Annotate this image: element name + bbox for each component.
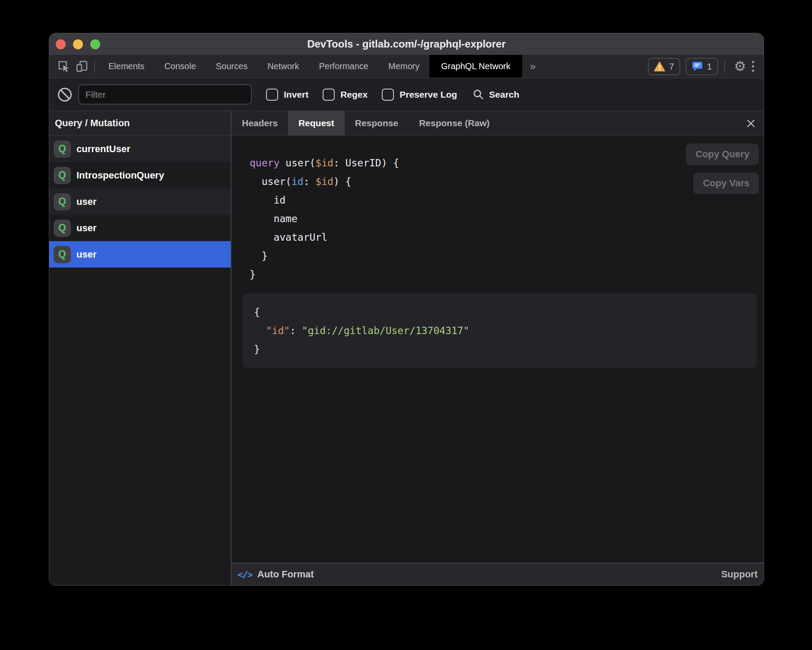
- auto-format-button[interactable]: Auto Format: [257, 569, 314, 580]
- tab-memory[interactable]: Memory: [378, 55, 429, 78]
- checkbox-box[interactable]: [382, 89, 394, 101]
- tab-console[interactable]: Console: [154, 55, 206, 78]
- preserve-log-checkbox[interactable]: Preserve Log: [382, 89, 457, 101]
- query-list-header: Query / Mutation: [49, 111, 231, 136]
- query-variables-box: { "id": "gid://gitlab/User/13704317" }: [242, 293, 757, 368]
- query-type-badge: Q: [54, 140, 71, 158]
- code-line: {: [254, 303, 745, 322]
- tab-performance[interactable]: Performance: [309, 55, 379, 78]
- tab-response[interactable]: Response: [345, 111, 409, 135]
- query-type-badge: Q: [54, 220, 71, 237]
- devtools-window: DevTools - gitlab.com/-/graphql-explorer…: [49, 33, 764, 585]
- query-name: user: [76, 196, 96, 207]
- message-bubble-icon: [691, 61, 703, 72]
- query-list-item[interactable]: Q currentUser: [49, 136, 231, 162]
- toolbar-divider: [94, 60, 95, 73]
- kebab-menu-icon[interactable]: [752, 61, 755, 72]
- tab-graphql-network[interactable]: GraphQL Network: [429, 55, 522, 78]
- detail-footer: </> Auto Format Support: [232, 563, 764, 585]
- tab-response-raw[interactable]: Response (Raw): [409, 111, 500, 135]
- query-list-panel: Query / Mutation Q currentUser Q Introsp…: [49, 111, 231, 585]
- window-title: DevTools - gitlab.com/-/graphql-explorer: [49, 38, 764, 50]
- support-link[interactable]: Support: [721, 569, 758, 580]
- graphql-query-code: query user($id: UserID) { user(id: $id) …: [232, 136, 764, 284]
- query-type-badge: Q: [54, 193, 71, 210]
- tab-request[interactable]: Request: [288, 111, 345, 135]
- devtools-tab-bar: Elements Console Sources Network Perform…: [49, 55, 764, 78]
- issues-count: 1: [707, 61, 712, 72]
- close-detail-icon[interactable]: [746, 118, 756, 128]
- code-format-icon: </>: [238, 569, 252, 580]
- search-button[interactable]: Search: [473, 89, 519, 100]
- checkbox-label: Regex: [340, 89, 368, 100]
- checkbox-box[interactable]: [266, 89, 278, 101]
- invert-checkbox[interactable]: Invert: [266, 89, 308, 101]
- checkbox-label: Preserve Log: [400, 89, 457, 100]
- copy-vars-button[interactable]: Copy Vars: [693, 172, 759, 194]
- query-list-item[interactable]: Q user: [49, 215, 231, 241]
- warnings-badge[interactable]: 7: [648, 58, 680, 75]
- query-list-item[interactable]: Q IntrospectionQuery: [49, 162, 231, 188]
- toolbar-divider: [724, 60, 725, 73]
- detail-tab-bar: Headers Request Response Response (Raw): [232, 111, 764, 136]
- query-list-item[interactable]: Q user: [49, 188, 231, 215]
- filter-input[interactable]: [78, 84, 252, 105]
- query-list-item-selected[interactable]: Q user: [49, 241, 231, 268]
- tab-network[interactable]: Network: [257, 55, 309, 78]
- checkbox-box[interactable]: [323, 89, 335, 101]
- code-line: }: [250, 265, 764, 284]
- more-tabs-chevron-icon[interactable]: »: [522, 61, 543, 73]
- code-line: "id": "gid://gitlab/User/13704317": [254, 322, 745, 340]
- copy-buttons: Copy Query Copy Vars: [686, 143, 759, 194]
- code-line: avatarUrl: [250, 228, 764, 247]
- search-icon: [473, 89, 484, 100]
- query-name: user: [76, 223, 96, 234]
- warning-triangle-icon: [654, 61, 665, 72]
- query-name: user: [76, 249, 96, 260]
- settings-gear-icon[interactable]: ⚙: [731, 55, 749, 78]
- query-name: currentUser: [76, 143, 130, 155]
- tab-elements[interactable]: Elements: [98, 55, 154, 78]
- main-area: Query / Mutation Q currentUser Q Introsp…: [49, 111, 764, 585]
- filter-toolbar: Invert Regex Preserve Log Search: [49, 78, 764, 111]
- regex-checkbox[interactable]: Regex: [323, 89, 368, 101]
- checkbox-label: Invert: [284, 89, 308, 100]
- issues-badge[interactable]: 1: [685, 58, 718, 75]
- query-name: IntrospectionQuery: [76, 170, 164, 181]
- device-toolbar-icon[interactable]: [73, 55, 91, 78]
- copy-query-button[interactable]: Copy Query: [686, 143, 759, 165]
- search-label: Search: [489, 89, 519, 100]
- request-content: query user($id: UserID) { user(id: $id) …: [232, 136, 764, 563]
- tab-headers[interactable]: Headers: [232, 111, 288, 135]
- tab-sources[interactable]: Sources: [206, 55, 257, 78]
- query-type-badge: Q: [54, 167, 71, 184]
- code-line: }: [250, 247, 764, 265]
- title-bar: DevTools - gitlab.com/-/graphql-explorer: [49, 33, 764, 55]
- code-line: name: [250, 210, 764, 228]
- clear-block-icon[interactable]: [58, 88, 72, 102]
- request-detail-panel: Headers Request Response Response (Raw) …: [232, 111, 764, 585]
- code-line: }: [254, 340, 745, 359]
- query-type-badge: Q: [54, 246, 71, 263]
- inspect-element-icon[interactable]: [54, 55, 73, 78]
- warnings-count: 7: [669, 61, 674, 72]
